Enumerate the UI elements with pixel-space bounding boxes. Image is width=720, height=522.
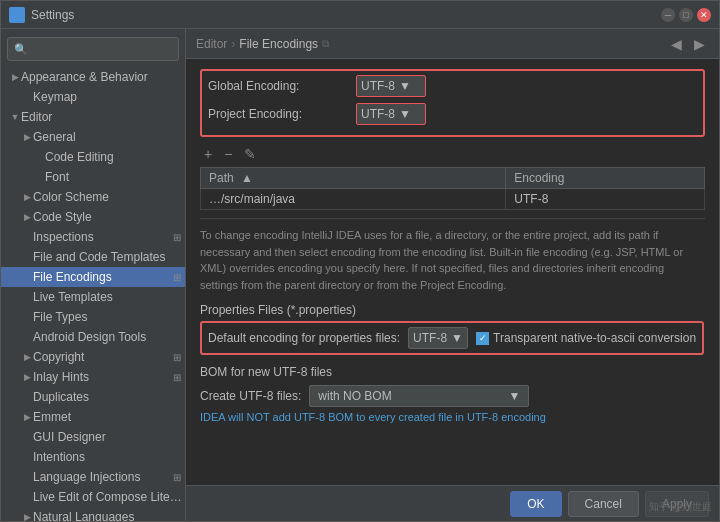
chevron-placeholder [21,311,33,323]
breadcrumb-current: File Encodings [239,37,318,51]
sidebar-item-live-templates[interactable]: Live Templates [1,287,185,307]
chevron-right-icon: ▶ [21,211,33,223]
chevron-right-icon: ▶ [21,191,33,203]
encoding-outline-box: Global Encoding: UTF-8 ▼ Project Encodin… [200,69,705,137]
sidebar-item-keymap[interactable]: Keymap [1,87,185,107]
path-cell: …/src/main/java [201,189,506,210]
project-encoding-row: Project Encoding: UTF-8 ▼ [208,103,697,125]
sidebar-item-label: Language Injections [33,470,173,484]
sidebar-item-font[interactable]: Font [1,167,185,187]
sidebar-item-code-style[interactable]: ▶ Code Style [1,207,185,227]
sidebar-item-code-editing[interactable]: Code Editing [1,147,185,167]
apply-button[interactable]: Apply [645,491,709,517]
sidebar-item-label: Inspections [33,230,173,244]
sidebar-item-gui-designer[interactable]: GUI Designer [1,427,185,447]
search-box[interactable]: 🔍 [7,37,179,61]
settings-badge: ⊞ [173,272,181,283]
add-path-button[interactable]: + [200,145,216,163]
settings-badge: ⊞ [173,372,181,383]
external-link-icon: ⧉ [322,38,329,50]
nav-buttons: ◀ ▶ [667,36,709,52]
bom-info-suffix: to every created file in UTF-8 encoding [353,411,546,423]
sidebar-item-intentions[interactable]: Intentions [1,447,185,467]
back-button[interactable]: ◀ [667,36,686,52]
sidebar-item-file-code-templates[interactable]: File and Code Templates [1,247,185,267]
transparent-conversion-checkbox[interactable]: ✓ Transparent native-to-ascii conversion [476,331,696,345]
chevron-right-icon: ▶ [21,131,33,143]
sidebar-item-label: Appearance & Behavior [21,70,185,84]
sidebar-item-emmet[interactable]: ▶ Emmet [1,407,185,427]
sidebar-item-label: Font [45,170,185,184]
remove-path-button[interactable]: − [220,145,236,163]
sidebar-item-file-types[interactable]: File Types [1,307,185,327]
window-title: Settings [31,8,661,22]
chevron-right-icon: ▶ [21,511,33,521]
chevron-placeholder [21,271,33,283]
settings-badge: ⊞ [173,472,181,483]
global-encoding-row: Global Encoding: UTF-8 ▼ [208,75,697,97]
bom-value: with NO BOM [318,389,391,403]
chevron-right-icon: ▶ [9,71,21,83]
close-button[interactable]: ✕ [697,8,711,22]
app-icon [9,7,25,23]
sidebar-item-general[interactable]: ▶ General [1,127,185,147]
dropdown-arrow-icon: ▼ [508,389,520,403]
encoding-info-text: To change encoding IntelliJ IDEA uses fo… [200,218,705,293]
project-encoding-value: UTF-8 [361,107,395,121]
sidebar-item-language-injections[interactable]: Language Injections ⊞ [1,467,185,487]
chevron-placeholder [21,91,33,103]
main-panel: Editor › File Encodings ⧉ ◀ ▶ Global Enc… [186,29,719,521]
properties-section: Properties Files (*.properties) Default … [200,303,705,355]
ok-button[interactable]: OK [510,491,561,517]
properties-encoding-value: UTF-8 [413,331,447,345]
forward-button[interactable]: ▶ [690,36,709,52]
sidebar-item-inlay-hints[interactable]: ▶ Inlay Hints ⊞ [1,367,185,387]
global-encoding-value: UTF-8 [361,79,395,93]
maximize-button[interactable]: □ [679,8,693,22]
sidebar-item-label: Android Design Tools [33,330,185,344]
panel-content: Global Encoding: UTF-8 ▼ Project Encodin… [186,59,719,485]
titlebar: Settings ─ □ ✕ [1,1,719,29]
properties-row: Default encoding for properties files: U… [200,321,705,355]
sidebar-item-label: Duplicates [33,390,185,404]
properties-encoding-select[interactable]: UTF-8 ▼ [408,327,468,349]
sidebar-item-label: Natural Languages [33,510,185,521]
bom-section-title: BOM for new UTF-8 files [200,365,705,379]
sidebar-item-duplicates[interactable]: Duplicates [1,387,185,407]
file-encodings-table: Path ▲ Encoding …/src/main/java UTF-8 [200,167,705,210]
checkbox-icon: ✓ [476,332,489,345]
bom-select[interactable]: with NO BOM ▼ [309,385,529,407]
global-encoding-select[interactable]: UTF-8 ▼ [356,75,426,97]
sidebar-item-label: GUI Designer [33,430,185,444]
chevron-placeholder [21,451,33,463]
bom-info-text: IDEA will NOT add UTF-8 BOM to every cre… [200,411,705,423]
sidebar-item-label: Color Scheme [33,190,185,204]
project-encoding-select[interactable]: UTF-8 ▼ [356,103,426,125]
settings-badge: ⊞ [173,232,181,243]
table-toolbar: + − ✎ [200,145,705,163]
sidebar-item-file-encodings[interactable]: File Encodings ⊞ [1,267,185,287]
chevron-placeholder [21,291,33,303]
table-row[interactable]: …/src/main/java UTF-8 [201,189,705,210]
sidebar-item-inspections[interactable]: Inspections ⊞ [1,227,185,247]
path-column-header[interactable]: Path ▲ [201,168,506,189]
sidebar-item-natural-languages[interactable]: ▶ Natural Languages [1,507,185,521]
chevron-down-icon: ▼ [9,111,21,123]
sidebar-item-android-design-tools[interactable]: Android Design Tools [1,327,185,347]
chevron-placeholder [21,231,33,243]
chevron-placeholder [21,251,33,263]
chevron-placeholder [33,171,45,183]
encoding-column-header: Encoding [506,168,705,189]
content-area: 🔍 ▶ Appearance & Behavior Keymap ▼ Edito… [1,29,719,521]
sidebar-item-copyright[interactable]: ▶ Copyright ⊞ [1,347,185,367]
chevron-right-icon: ▶ [21,411,33,423]
minimize-button[interactable]: ─ [661,8,675,22]
table-header-row: Path ▲ Encoding [201,168,705,189]
sidebar-item-editor[interactable]: ▼ Editor [1,107,185,127]
panel-footer: OK Cancel Apply [186,485,719,521]
sidebar-item-color-scheme[interactable]: ▶ Color Scheme [1,187,185,207]
cancel-button[interactable]: Cancel [568,491,639,517]
sidebar-item-live-edit-compose[interactable]: Live Edit of Compose Literals [1,487,185,507]
sidebar-item-appearance[interactable]: ▶ Appearance & Behavior [1,67,185,87]
edit-path-button[interactable]: ✎ [240,145,260,163]
